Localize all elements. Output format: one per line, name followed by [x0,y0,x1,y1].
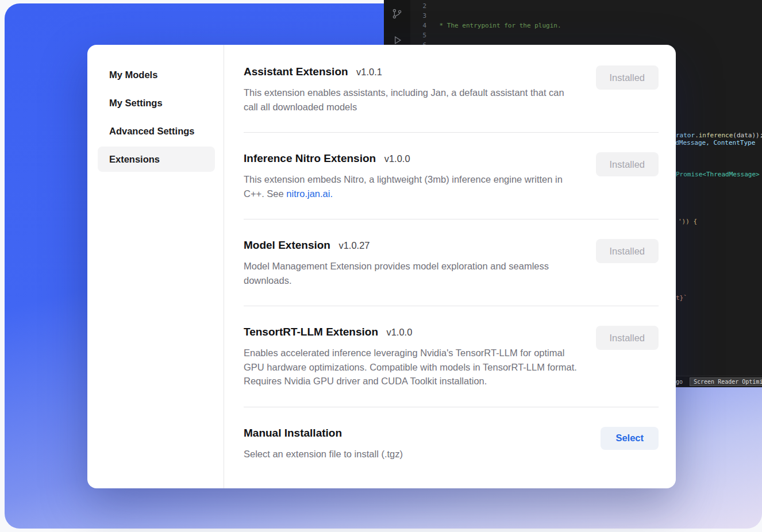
extension-description: This extension enables assistants, inclu… [244,86,577,114]
code-token: .inference [695,132,733,139]
source-control-icon[interactable] [390,7,404,21]
code-fragment: rator.inference(data)); [676,132,762,139]
extension-version: v1.0.0 [386,327,412,337]
extension-version: v1.0.27 [338,240,370,250]
screen: 2 3 4 5 6 * The entrypoint for the plugi… [0,0,762,532]
screen-reader-optimize-button[interactable]: Screen Reader Optimize [690,377,762,386]
line-number: 3 [410,11,426,21]
extension-title-line: Inference Nitro Extension v1.0.0 [244,151,577,166]
extension-description: This extension embeds Nitro, a lightweig… [244,172,577,201]
installed-button: Installed [596,326,659,350]
extension-row-model: Model Extension v1.0.27 Model Management… [244,219,659,306]
extension-title-line: Model Extension v1.0.27 [244,238,577,253]
sidebar-item-my-settings[interactable]: My Settings [98,90,215,115]
extension-description: Model Management Extension provides mode… [244,259,577,287]
extension-name: Inference Nitro Extension [244,152,376,164]
manual-installation-row: Manual Installation Select an extension … [244,407,659,480]
extension-row-assistant: Assistant Extension v1.0.1 This extensio… [244,45,659,133]
extension-version: v1.0.0 [384,153,410,164]
line-number: 4 [410,21,426,30]
code-token: rator [676,132,695,139]
settings-sidebar: My Models My Settings Advanced Settings … [87,45,224,488]
installed-button: Installed [596,152,659,176]
extension-title-line: Assistant Extension v1.0.1 [244,64,577,79]
manual-installation-title: Manual Installation [244,427,342,439]
line-number: 5 [410,30,426,40]
code-fragment: Promise<ThreadMessage> [676,171,760,178]
installed-button: Installed [596,239,659,263]
extension-row-tensorrt: TensortRT-LLM Extension v1.0.0 Enables a… [244,306,659,407]
select-file-button[interactable]: Select [601,427,659,450]
code-fragment: ')) { [678,218,697,225]
sidebar-item-advanced-settings[interactable]: Advanced Settings [98,118,215,144]
code-token: * The entrypoint for the plugin. [436,22,561,29]
manual-installation-description: Select an extension file to install (.tg… [244,447,403,461]
line-number: 2 [410,1,426,11]
extension-title-line: TensortRT-LLM Extension v1.0.0 [244,325,577,340]
extensions-panel: Assistant Extension v1.0.1 This extensio… [224,45,676,488]
settings-modal: My Models My Settings Advanced Settings … [87,45,676,488]
extension-name: Assistant Extension [244,65,348,78]
sidebar-item-extensions[interactable]: Extensions [98,147,215,172]
extension-title-line: Manual Installation [244,426,403,441]
nitro-jan-ai-link[interactable]: nitro.jan.ai. [286,188,333,199]
status-text: go [676,379,683,385]
extension-row-nitro: Inference Nitro Extension v1.0.0 This ex… [244,133,659,219]
sidebar-item-my-models[interactable]: My Models [98,62,215,87]
extension-name: TensortRT-LLM Extension [244,326,378,338]
extension-version: v1.0.1 [356,67,382,77]
extension-description: Enables accelerated inference leveraging… [244,346,577,388]
installed-button: Installed [596,65,659,90]
line-number-gutter: 2 3 4 5 6 [410,1,426,50]
extension-name: Model Extension [244,239,330,251]
code-token: (data)); [733,132,762,139]
code-fragment: t}` [676,294,687,302]
